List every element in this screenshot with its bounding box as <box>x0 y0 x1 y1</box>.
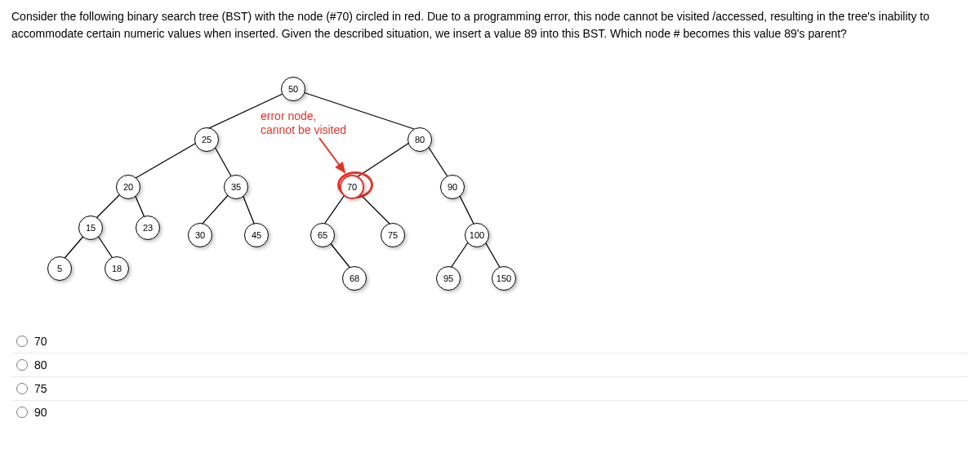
node-100-label: 100 <box>470 230 484 240</box>
node-35-label: 35 <box>231 182 241 192</box>
svg-line-13 <box>458 193 474 225</box>
node-100: 100 <box>465 223 489 247</box>
node-70-label: 70 <box>347 182 357 192</box>
radio-icon[interactable] <box>16 359 28 371</box>
node-15-label: 15 <box>86 223 96 233</box>
node-68-label: 68 <box>350 273 359 283</box>
node-150: 150 <box>492 266 516 291</box>
node-45: 45 <box>244 223 269 247</box>
option-90[interactable]: 90 <box>11 402 969 422</box>
divider <box>11 353 969 354</box>
question-text: Consider the following binary search tre… <box>11 8 969 42</box>
node-5-label: 5 <box>57 264 62 273</box>
node-90-label: 90 <box>448 182 457 192</box>
svg-line-11 <box>323 193 346 225</box>
node-50: 50 <box>281 77 305 101</box>
node-30-label: 30 <box>195 230 205 240</box>
radio-icon[interactable] <box>16 383 28 394</box>
divider <box>11 376 969 377</box>
node-15: 15 <box>78 216 103 240</box>
svg-line-19 <box>319 138 345 172</box>
node-90: 90 <box>440 175 465 199</box>
node-23-label: 23 <box>143 223 153 233</box>
svg-line-3 <box>131 141 199 180</box>
node-65-label: 65 <box>318 230 327 240</box>
node-5: 5 <box>47 256 72 281</box>
question-content: Consider the following binary search tre… <box>11 10 929 40</box>
node-23: 23 <box>136 216 160 240</box>
svg-line-9 <box>201 193 230 225</box>
node-75-label: 75 <box>388 230 398 240</box>
node-65: 65 <box>310 223 335 247</box>
node-68: 68 <box>342 266 367 291</box>
annotation-line-2: cannot be visited <box>261 123 346 137</box>
node-25: 25 <box>194 127 219 152</box>
node-45-label: 45 <box>252 230 261 240</box>
option-80-label: 80 <box>34 358 47 371</box>
node-50-label: 50 <box>288 84 298 94</box>
node-95: 95 <box>436 266 461 291</box>
node-20-label: 20 <box>123 182 133 192</box>
answer-options: 70 80 75 90 <box>11 331 969 422</box>
option-80[interactable]: 80 <box>11 355 969 375</box>
annotation-line-1: error node, <box>261 109 346 123</box>
node-18: 18 <box>105 256 129 281</box>
node-70-error: 70 <box>340 175 364 199</box>
error-annotation: error node, cannot be visited <box>261 109 346 137</box>
node-150-label: 150 <box>497 273 511 283</box>
radio-icon[interactable] <box>16 407 28 418</box>
node-80: 80 <box>408 127 432 152</box>
node-75: 75 <box>381 223 405 247</box>
node-30: 30 <box>188 223 212 247</box>
node-18-label: 18 <box>112 264 122 273</box>
option-75-label: 75 <box>34 382 47 395</box>
node-95-label: 95 <box>443 273 453 283</box>
option-70-label: 70 <box>34 335 47 348</box>
node-20: 20 <box>116 175 140 199</box>
divider <box>11 400 969 401</box>
svg-line-10 <box>242 193 255 225</box>
bst-diagram: error node, cannot be visited 50 25 80 2… <box>28 62 559 307</box>
svg-line-12 <box>359 193 391 225</box>
node-35: 35 <box>224 175 248 199</box>
node-25-label: 25 <box>202 135 212 145</box>
option-75[interactable]: 75 <box>11 379 969 398</box>
option-90-label: 90 <box>34 406 47 419</box>
option-70[interactable]: 70 <box>11 331 969 351</box>
radio-icon[interactable] <box>16 336 28 347</box>
node-80-label: 80 <box>415 135 425 145</box>
